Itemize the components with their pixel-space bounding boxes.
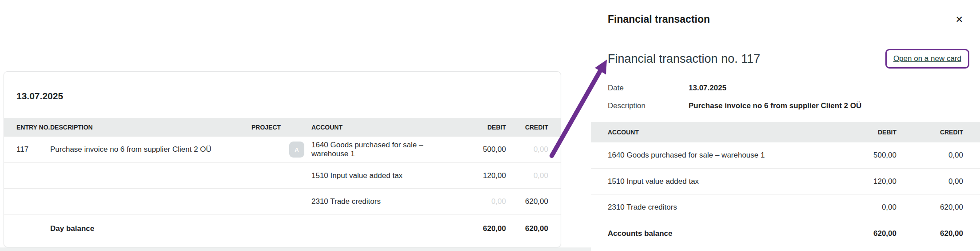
accounts-balance-label: Accounts balance bbox=[608, 229, 830, 238]
panel-header: Financial transaction ✕ bbox=[591, 0, 980, 39]
debit-cell: 500,00 bbox=[830, 151, 896, 160]
journal-row[interactable]: 117 Purchase invoice no 6 from supplier … bbox=[4, 137, 561, 162]
field-row-description: Description Purchase invoice no 6 from s… bbox=[591, 97, 980, 115]
close-icon[interactable]: ✕ bbox=[953, 13, 965, 26]
column-header-debit: DEBIT bbox=[462, 124, 506, 131]
day-balance-credit: 620,00 bbox=[506, 224, 548, 233]
description-value: Purchase invoice no 6 from supplier Clie… bbox=[689, 101, 861, 110]
credit-cell: 620,00 bbox=[896, 203, 963, 212]
page-background-strip bbox=[0, 247, 591, 251]
credit-cell: 620,00 bbox=[506, 197, 548, 206]
column-header-credit: CREDIT bbox=[506, 124, 548, 131]
panel-title: Financial transaction bbox=[608, 13, 710, 25]
journal-day-card: 13.07.2025 ENTRY NO. DESCRIPTION PROJECT… bbox=[4, 71, 561, 247]
debit-cell: 0,00 bbox=[830, 203, 896, 212]
account-cell: 2310 Trade creditors bbox=[311, 197, 462, 206]
credit-cell: 0,00 bbox=[896, 177, 963, 186]
credit-cell: 0,00 bbox=[506, 171, 548, 180]
day-balance-debit: 620,00 bbox=[462, 224, 506, 233]
panel-account-row: 1640 Goods purchased for sale – warehous… bbox=[591, 142, 980, 168]
description-label: Description bbox=[608, 101, 689, 110]
debit-cell: 120,00 bbox=[462, 171, 506, 180]
account-cell: 1510 Input value added tax bbox=[311, 171, 462, 180]
column-header-description: DESCRIPTION bbox=[50, 124, 251, 131]
accounts-balance-credit: 620,00 bbox=[896, 229, 963, 238]
account-cell: 2310 Trade creditors bbox=[608, 203, 830, 212]
transaction-heading: Financial transaction no. 117 bbox=[608, 52, 760, 66]
column-header-account: ACCOUNT bbox=[608, 129, 830, 136]
account-cell: 1640 Goods purchased for sale – warehous… bbox=[608, 151, 830, 160]
journal-row[interactable]: 2310 Trade creditors 0,00 620,00 bbox=[4, 188, 561, 214]
debit-cell: 500,00 bbox=[462, 145, 506, 154]
column-header-credit: CREDIT bbox=[896, 129, 963, 136]
open-card-highlight-box: Open on a new card bbox=[885, 49, 969, 69]
attachment-a-badge: A bbox=[289, 142, 304, 158]
attachment-badge-cell: A bbox=[289, 142, 311, 158]
column-header-entry-no: ENTRY NO. bbox=[16, 124, 50, 131]
journal-table-header: ENTRY NO. DESCRIPTION PROJECT ACCOUNT DE… bbox=[4, 118, 561, 137]
credit-cell: 0,00 bbox=[506, 145, 548, 154]
journal-date: 13.07.2025 bbox=[4, 72, 561, 118]
financial-transaction-panel: Financial transaction ✕ Financial transa… bbox=[591, 0, 980, 251]
panel-account-row: 1510 Input value added tax 120,00 0,00 bbox=[591, 168, 980, 194]
debit-cell: 120,00 bbox=[830, 177, 896, 186]
day-balance-row: Day balance 620,00 620,00 bbox=[4, 214, 561, 243]
date-label: Date bbox=[608, 84, 689, 93]
column-header-project: PROJECT bbox=[251, 124, 289, 131]
panel-account-row: 2310 Trade creditors 0,00 620,00 bbox=[591, 194, 980, 220]
field-row-date: Date 13.07.2025 bbox=[591, 79, 980, 97]
entry-no-cell: 117 bbox=[16, 145, 50, 154]
journal-row[interactable]: 1510 Input value added tax 120,00 0,00 bbox=[4, 162, 561, 188]
account-cell: 1510 Input value added tax bbox=[608, 177, 830, 186]
panel-table-header: ACCOUNT DEBIT CREDIT bbox=[591, 122, 980, 142]
date-value: 13.07.2025 bbox=[689, 84, 726, 93]
panel-heading-row: Financial transaction no. 117 Open on a … bbox=[591, 48, 980, 69]
transaction-fields: Date 13.07.2025 Description Purchase inv… bbox=[591, 79, 980, 115]
day-balance-label: Day balance bbox=[50, 224, 251, 233]
column-header-account: ACCOUNT bbox=[311, 124, 462, 131]
debit-cell: 0,00 bbox=[462, 197, 506, 206]
description-cell: Purchase invoice no 6 from supplier Clie… bbox=[50, 145, 251, 154]
accounts-balance-debit: 620,00 bbox=[830, 229, 896, 238]
account-cell: 1640 Goods purchased for sale – warehous… bbox=[311, 141, 462, 158]
column-header-debit: DEBIT bbox=[830, 129, 896, 136]
accounts-balance-row: Accounts balance 620,00 620,00 bbox=[591, 220, 980, 247]
open-on-new-card-link[interactable]: Open on a new card bbox=[893, 54, 961, 63]
credit-cell: 0,00 bbox=[896, 151, 963, 160]
